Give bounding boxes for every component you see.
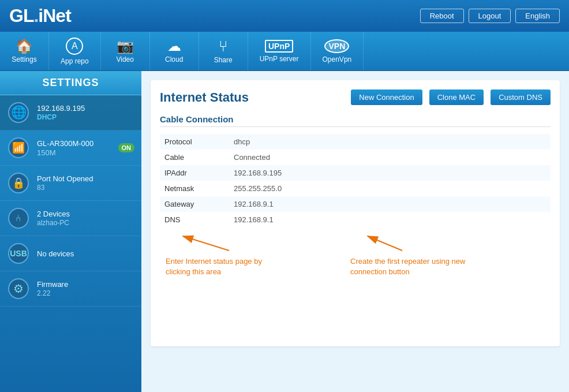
table-cell-label: Protocol — [160, 134, 229, 150]
gear-icon: ⚙ — [8, 278, 29, 299]
sidebar-port-count: 83 — [37, 184, 93, 192]
openvpn-icon: VPN — [324, 39, 349, 53]
nav-app-repo[interactable]: A App repo — [49, 32, 101, 70]
table-row: Gateway192.168.9.1 — [160, 196, 551, 212]
sidebar-devices-count: 2 Devices — [37, 210, 70, 218]
globe-icon-container: 🌐 — [7, 101, 30, 124]
table-cell-label: Gateway — [160, 196, 229, 212]
wifi-icon-container: 📶 — [7, 136, 30, 159]
upnp-icon: UPnP — [265, 40, 293, 53]
sidebar-item-usb[interactable]: USB No devices — [0, 236, 141, 271]
sidebar-port-status: Port Not Opened — [37, 174, 93, 183]
share-icon: ⑂ — [219, 39, 228, 54]
custom-dns-button[interactable]: Custom DNS — [491, 89, 551, 105]
nav-openvpn[interactable]: VPN OpenVpn — [311, 32, 364, 70]
usb-icon: USB — [8, 243, 29, 264]
devices-icon-container: ⑃ — [7, 207, 30, 230]
annotation-arrows — [160, 233, 551, 337]
nav-share-label: Share — [214, 56, 233, 64]
nav-upnp[interactable]: UPnP UPnP server — [248, 32, 311, 70]
table-row: CableConnected — [160, 150, 551, 165]
sidebar-router-name: GL-AR300M-000 — [37, 139, 93, 148]
sidebar-usb-status: No devices — [37, 249, 74, 258]
reboot-button[interactable]: Reboot — [420, 9, 464, 23]
wifi-icon: 📶 — [8, 137, 29, 158]
language-button[interactable]: English — [515, 9, 560, 23]
table-cell-label: DNS — [160, 212, 229, 227]
connection-info-table: ProtocoldhcpCableConnectedIPAddr192.168.… — [160, 134, 551, 227]
sidebar-item-firmware[interactable]: ⚙ Firmware 2.22 — [0, 271, 141, 307]
home-icon: 🏠 — [16, 39, 33, 53]
table-cell-label: Cable — [160, 150, 229, 165]
nav-settings-label: Settings — [12, 55, 36, 64]
lock-icon-container: 🔒 — [7, 171, 30, 195]
sidebar-item-internet[interactable]: 🌐 192.168.9.195 DHCP — [0, 95, 141, 130]
wireless-toggle[interactable]: ON — [118, 143, 135, 152]
sidebar-ip-address: 192.168.9.195 — [37, 104, 85, 113]
table-row: DNS192.168.9.1 — [160, 212, 551, 227]
table-row: Netmask255.255.255.0 — [160, 181, 551, 196]
usb-icon-container: USB — [7, 242, 30, 265]
table-cell-label: IPAddr — [160, 165, 229, 181]
globe-icon: 🌐 — [8, 102, 29, 123]
sidebar-header: SETTINGS — [0, 71, 141, 95]
nav-app-repo-label: App repo — [61, 57, 89, 65]
new-connection-button[interactable]: New Connection — [351, 89, 422, 105]
sidebar-firmware-version: 2.22 — [37, 289, 68, 297]
logout-button[interactable]: Logout — [469, 9, 511, 23]
nav-cloud-label: Cloud — [165, 55, 183, 64]
panel-title: Internet Status — [160, 90, 344, 105]
sidebar-router-speed: 150M — [37, 148, 93, 157]
lock-icon: 🔒 — [8, 173, 29, 193]
nav-video[interactable]: 📷 Video — [101, 32, 150, 70]
gear-icon-container: ⚙ — [7, 277, 30, 300]
annotations-area: Enter Internet status page by clicking t… — [160, 233, 551, 337]
table-cell-value: 192.168.9.1 — [229, 196, 551, 212]
app-repo-icon: A — [66, 38, 83, 55]
internet-status-panel: Internet Status New Connection Clone MAC… — [151, 80, 560, 346]
sidebar-firmware-label: Firmware — [37, 280, 68, 289]
nav-settings[interactable]: 🏠 Settings — [0, 32, 49, 70]
nav-cloud[interactable]: ☁ Cloud — [150, 32, 199, 70]
header-buttons: Reboot Logout English — [420, 9, 560, 23]
clone-mac-button[interactable]: Clone MAC — [429, 89, 484, 105]
svg-line-2 — [183, 236, 229, 251]
annotation-1: Enter Internet status page by clicking t… — [166, 256, 281, 277]
table-cell-label: Netmask — [160, 181, 229, 196]
nav-upnp-label: UPnP server — [260, 55, 299, 63]
sidebar-item-firewall[interactable]: 🔒 Port Not Opened 83 — [0, 166, 141, 201]
table-cell-value: 255.255.255.0 — [229, 181, 551, 196]
nav-openvpn-label: OpenVpn — [323, 55, 352, 64]
sidebar: SETTINGS 🌐 192.168.9.195 DHCP 📶 GL-AR300… — [0, 71, 141, 392]
video-icon: 📷 — [117, 39, 134, 53]
sidebar-item-wireless[interactable]: 📶 GL-AR300M-000 150M ON — [0, 130, 141, 166]
sidebar-connection-type: DHCP — [37, 113, 85, 121]
sidebar-item-clients[interactable]: ⑃ 2 Devices alzhao-PC — [0, 201, 141, 236]
cloud-icon: ☁ — [167, 39, 181, 53]
sidebar-device-name: alzhao-PC — [37, 219, 70, 227]
content-area: Internet Status New Connection Clone MAC… — [141, 71, 569, 392]
logo: GL.iNet — [9, 5, 71, 27]
nav-video-label: Video — [116, 55, 133, 64]
table-cell-value: 192.168.9.195 — [229, 165, 551, 181]
section-title: Cable Connection — [160, 114, 551, 127]
navbar: 🏠 Settings A App repo 📷 Video ☁ Cloud ⑂ … — [0, 32, 569, 71]
table-cell-value: Connected — [229, 150, 551, 165]
panel-header: Internet Status New Connection Clone MAC… — [160, 89, 551, 105]
table-row: IPAddr192.168.9.195 — [160, 165, 551, 181]
table-cell-value: dhcp — [229, 134, 551, 150]
table-cell-value: 192.168.9.1 — [229, 212, 551, 227]
main-layout: SETTINGS 🌐 192.168.9.195 DHCP 📶 GL-AR300… — [0, 71, 569, 392]
table-row: Protocoldhcp — [160, 134, 551, 150]
nav-share[interactable]: ⑂ Share — [199, 32, 248, 70]
svg-line-3 — [368, 236, 402, 251]
devices-icon: ⑃ — [8, 208, 29, 229]
header: GL.iNet Reboot Logout English — [0, 0, 569, 32]
annotation-2: Create the first repeater using new conn… — [350, 256, 477, 277]
